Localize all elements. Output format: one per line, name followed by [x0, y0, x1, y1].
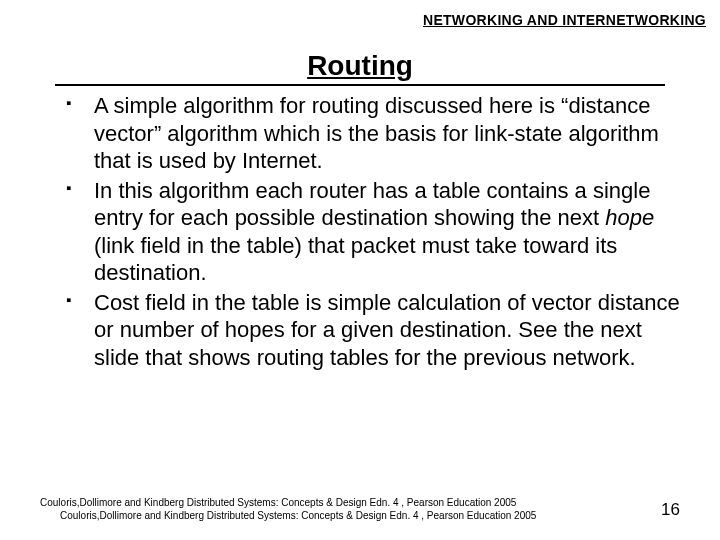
page-number: 16: [661, 499, 680, 520]
footer-line-1: Couloris,Dollimore and Kindberg Distribu…: [40, 497, 680, 510]
title-underline-rule: Routing: [55, 50, 665, 86]
section-header: NETWORKING AND INTERNETWORKING: [423, 12, 706, 28]
bullet-text-after: (link field in the table) that packet mu…: [94, 233, 617, 286]
bullet-text: A simple algorithm for routing discussed…: [94, 93, 659, 173]
footer-line-2: Couloris,Dollimore and Kindberg Distribu…: [40, 510, 680, 523]
bullet-text: In this algorithm each router has a tabl…: [94, 178, 650, 231]
content-area: A simple algorithm for routing discussed…: [58, 92, 680, 373]
footer: Couloris,Dollimore and Kindberg Distribu…: [40, 497, 680, 522]
list-item: Cost field in the table is simple calcul…: [58, 289, 680, 372]
bullet-text: Cost field in the table is simple calcul…: [94, 290, 680, 370]
slide-title: Routing: [307, 50, 413, 81]
bullet-list: A simple algorithm for routing discussed…: [58, 92, 680, 371]
list-item: In this algorithm each router has a tabl…: [58, 177, 680, 287]
bullet-italic: hope: [605, 205, 654, 230]
list-item: A simple algorithm for routing discussed…: [58, 92, 680, 175]
